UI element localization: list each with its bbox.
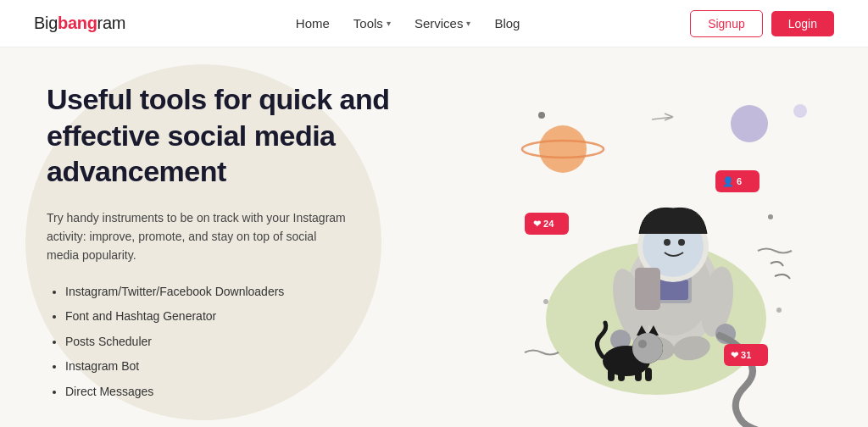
nav-tools[interactable]: Tools ▾ xyxy=(353,16,391,30)
svg-point-11 xyxy=(678,239,685,246)
list-item: Instagram/Twitter/Facebook Downloaders xyxy=(65,284,407,301)
nav-blog[interactable]: Blog xyxy=(494,16,520,30)
svg-rect-27 xyxy=(635,369,642,381)
signup-button[interactable]: Signup xyxy=(690,10,763,37)
svg-point-39 xyxy=(632,333,663,363)
logo-big: Big xyxy=(34,14,58,32)
hero-illustration: ❤ 24 👤 6 ❤ 31 xyxy=(393,47,868,427)
svg-text:👤 6: 👤 6 xyxy=(722,175,742,187)
svg-point-38 xyxy=(776,308,782,313)
logo-ram: ram xyxy=(97,14,126,32)
nav-services[interactable]: Services ▾ xyxy=(415,16,471,30)
svg-text:❤ 31: ❤ 31 xyxy=(731,350,751,360)
svg-point-10 xyxy=(664,239,670,246)
hero-title: Useful tools for quick and effective soc… xyxy=(47,81,407,190)
tools-chevron-icon: ▾ xyxy=(387,19,391,28)
svg-rect-18 xyxy=(635,268,660,310)
hero-section: Useful tools for quick and effective soc… xyxy=(0,47,441,427)
nav-buttons: Signup Login xyxy=(690,10,834,37)
svg-point-1 xyxy=(539,125,587,173)
svg-point-37 xyxy=(543,299,548,304)
site-header: Bigbangram Home Tools ▾ Services ▾ Blog … xyxy=(0,0,868,47)
svg-rect-25 xyxy=(608,368,615,381)
logo: Bigbangram xyxy=(34,14,125,33)
svg-point-41 xyxy=(793,104,807,118)
main-nav: Home Tools ▾ Services ▾ Blog xyxy=(296,16,520,30)
svg-rect-7 xyxy=(658,280,688,300)
nav-home[interactable]: Home xyxy=(296,16,330,30)
hero-subtitle: Try handy instruments to be on track wit… xyxy=(47,208,352,265)
logo-bang: bang xyxy=(58,14,97,32)
svg-point-40 xyxy=(638,340,647,348)
services-chevron-icon: ▾ xyxy=(466,19,470,28)
svg-point-36 xyxy=(768,214,773,219)
list-item: Instagram Bot xyxy=(65,358,407,375)
main-content: Useful tools for quick and effective soc… xyxy=(0,47,868,427)
svg-point-35 xyxy=(538,112,545,119)
login-button[interactable]: Login xyxy=(771,11,834,36)
list-item: Direct Messages xyxy=(65,384,407,401)
svg-text:❤ 24: ❤ 24 xyxy=(533,219,554,229)
svg-point-3 xyxy=(731,105,768,142)
svg-rect-28 xyxy=(645,368,652,381)
feature-list: Instagram/Twitter/Facebook Downloaders F… xyxy=(47,284,407,401)
list-item: Posts Scheduler xyxy=(65,334,407,351)
list-item: Font and Hashtag Generator xyxy=(65,308,407,325)
svg-rect-26 xyxy=(618,369,625,381)
